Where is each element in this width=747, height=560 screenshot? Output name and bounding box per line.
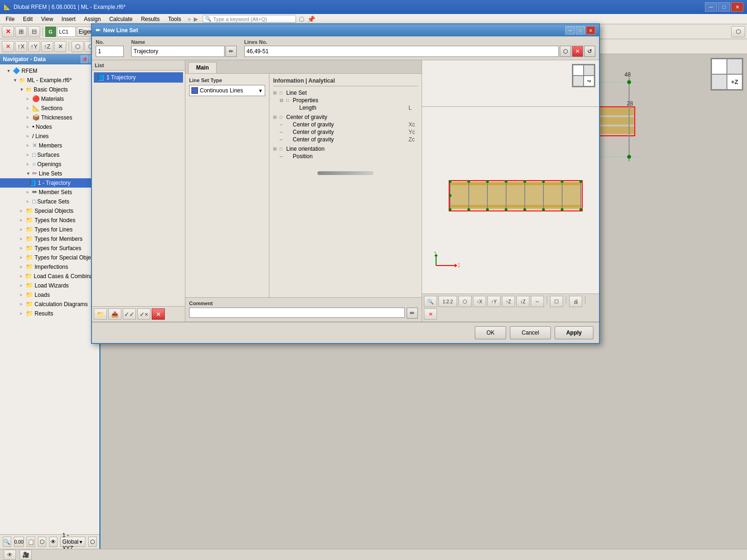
tb2-btn-3[interactable]: ↑Y <box>28 41 40 52</box>
tree-row-cog[interactable]: ⊟ □ Center of gravity <box>273 113 418 121</box>
lc-type-btn[interactable]: G <box>45 27 56 37</box>
modal-maximize-btn[interactable]: □ <box>576 26 585 35</box>
edit-name-btn[interactable]: ✏ <box>226 46 237 57</box>
minimize-btn[interactable]: ─ <box>705 2 717 12</box>
list-check-btn[interactable]: ✓✓ <box>123 308 136 320</box>
lc-number[interactable]: LC1 <box>57 27 76 37</box>
menu-results[interactable]: Results <box>137 15 163 23</box>
menu-insert[interactable]: Insert <box>58 15 79 23</box>
apply-button[interactable]: Apply <box>555 326 593 339</box>
type-dropdown[interactable]: Continuous Lines ▼ <box>189 85 265 96</box>
nav-item-imperfections[interactable]: > 📁 Imperfections <box>0 262 99 272</box>
nav-item-line-sets[interactable]: ▼ ✏ Line Sets <box>0 169 99 178</box>
search-pin[interactable]: 📌 <box>307 15 315 23</box>
nav-item-types-surfaces[interactable]: > 📁 Types for Surfaces <box>0 244 99 253</box>
close-btn[interactable]: ✕ <box>731 2 743 12</box>
modal-close-btn[interactable]: ✕ <box>586 26 595 35</box>
comment-input[interactable] <box>189 308 405 318</box>
prev-tb-btn-5[interactable]: ↑Y <box>487 296 500 307</box>
tab-main[interactable]: Main <box>188 62 217 73</box>
no-input[interactable] <box>96 46 124 57</box>
menu-edit[interactable]: Edit <box>19 15 36 23</box>
cancel-button[interactable]: Cancel <box>510 326 550 339</box>
tb2-btn-2[interactable]: ↑X <box>15 41 27 52</box>
tb2-btn-6[interactable]: ⬡ <box>71 41 84 52</box>
prev-tb-btn-10[interactable]: 🖨 <box>569 296 582 307</box>
list-item-trajectory[interactable]: 📘 1 Trajectory <box>94 72 183 83</box>
nav-item-ml-example[interactable]: ▼ 📁 ML - Example.rf6* <box>0 76 99 85</box>
search-expand[interactable]: ⬡ <box>299 15 304 23</box>
nav-item-members[interactable]: > ✕ Members <box>0 141 99 150</box>
modal-minimize-btn[interactable]: ─ <box>565 26 575 35</box>
menu-file[interactable]: File <box>2 15 18 23</box>
tree-row-position[interactable]: ─ Position <box>273 153 418 160</box>
nav-zero-btn[interactable]: 0.00 <box>14 537 24 547</box>
status-camera-btn[interactable]: 🎥 <box>20 550 32 560</box>
icon-btn-17[interactable]: ⬡ <box>731 26 745 37</box>
nav-item-load-cases[interactable]: > 📁 Load Cases & Combina... <box>0 272 99 281</box>
prev-tb-btn-4[interactable]: ↑X <box>473 296 486 307</box>
nav-item-surface-sets[interactable]: > □ Surface Sets <box>0 197 99 206</box>
nav-eye-btn[interactable]: 👁 <box>49 537 57 547</box>
nav-item-results[interactable]: > 📁 Results <box>0 309 99 318</box>
tree-row-cogx[interactable]: ─ Center of gravity Xc <box>273 121 418 128</box>
maximize-btn[interactable]: □ <box>718 2 730 12</box>
prev-tb-btn-scale[interactable]: 1:2.2 <box>438 296 457 307</box>
tb2-btn-4[interactable]: ↑Z <box>41 41 53 52</box>
scrollbar-indicator[interactable] <box>317 171 374 175</box>
nav-item-types-special[interactable]: > 📁 Types for Special Object <box>0 253 99 262</box>
nav-item-trajectory[interactable]: 📘 1 - Trajectory <box>0 178 99 188</box>
menu-assign[interactable]: Assign <box>80 15 105 23</box>
nav-filter-btn[interactable]: ⬡ <box>38 537 46 547</box>
tree-row-cogy[interactable]: ─ Center of gravity Yc <box>273 128 418 136</box>
lines-no-input[interactable] <box>244 46 559 57</box>
nav-item-lines[interactable]: > / Lines <box>0 132 99 141</box>
tree-row-length[interactable]: Length L <box>273 104 418 112</box>
nav-item-types-lines[interactable]: > 📁 Types for Lines <box>0 225 99 234</box>
list-check2-btn[interactable]: ✓× <box>137 308 150 320</box>
view-selector[interactable]: 1 - Global XYZ ▼ <box>60 537 86 547</box>
lines-undo-btn[interactable]: ↺ <box>584 46 595 57</box>
menu-tools[interactable]: Tools <box>164 15 185 23</box>
comment-edit-btn[interactable]: ✏ <box>407 308 418 319</box>
menu-view[interactable]: View <box>37 15 57 23</box>
list-delete-btn[interactable]: ✕ <box>152 308 165 320</box>
nav-item-load-wizards[interactable]: > 📁 Load Wizards <box>0 281 99 290</box>
nav-item-openings[interactable]: > ○ Openings <box>0 160 99 169</box>
name-input[interactable] <box>131 46 225 57</box>
nav-table-btn[interactable]: 📋 <box>27 537 35 547</box>
ok-button[interactable]: OK <box>475 326 506 339</box>
nav-search-btn[interactable]: 🔍 <box>3 537 11 547</box>
nav-item-calc-diagrams[interactable]: > 📁 Calculation Diagrams <box>0 300 99 309</box>
nav-item-nodes[interactable]: > • Nodes <box>0 122 99 132</box>
menu-calculate[interactable]: Calculate <box>106 15 136 23</box>
prev-tb-btn-1[interactable]: 🔍 <box>424 296 437 307</box>
tree-row-cogz[interactable]: ─ Center of gravity Zc <box>273 136 418 143</box>
toolbar-btn-2[interactable]: ⊟ <box>28 26 40 37</box>
nav-extra-btn[interactable]: ⬡ <box>88 537 97 547</box>
toolbar-btn-1[interactable]: ⊞ <box>15 26 27 37</box>
nav-item-sections[interactable]: > 📐 Sections <box>0 104 99 113</box>
nav-item-basic-objects[interactable]: ▼ 📁 Basic Objects <box>0 85 99 94</box>
nav-item-loads[interactable]: > 📁 Loads <box>0 290 99 300</box>
prev-tb-btn-6[interactable]: ↑Z <box>502 296 515 307</box>
lines-pick-btn[interactable]: ⬡ <box>560 46 571 57</box>
nav-item-special-objects[interactable]: > 📁 Special Objects <box>0 206 99 216</box>
search-box[interactable]: 🔍 Type a keyword (Alt+Q) <box>203 15 296 23</box>
red-x-btn[interactable]: ✕ <box>2 26 14 37</box>
nav-item-surfaces[interactable]: > □ Surfaces <box>0 150 99 160</box>
list-add-btn[interactable]: 📁 <box>94 308 107 320</box>
nav-item-types-nodes[interactable]: > 📁 Types for Nodes <box>0 216 99 225</box>
list-export-btn[interactable]: 📤 <box>108 308 121 320</box>
status-eye-btn[interactable]: 👁 <box>4 550 16 560</box>
tree-row-line-set[interactable]: ⊟ □ Line Set <box>273 89 418 97</box>
prev-tb-btn-11[interactable]: ✕ <box>424 308 437 320</box>
lines-clear-btn[interactable]: ✕ <box>572 46 583 57</box>
nav-pin-btn[interactable]: 📌 <box>81 56 88 63</box>
nav-item-thicknesses[interactable]: > 📦 Thicknesses <box>0 113 99 122</box>
prev-tb-btn-7[interactable]: ↕Z <box>516 296 529 307</box>
tb2-btn-5[interactable]: ✕ <box>54 41 66 52</box>
tb2-btn-1[interactable]: ✕ <box>2 41 14 52</box>
nav-item-materials[interactable]: > 🔴 Materials <box>0 94 99 104</box>
tree-row-orientation[interactable]: ⊟ □ Line orientation <box>273 145 418 153</box>
